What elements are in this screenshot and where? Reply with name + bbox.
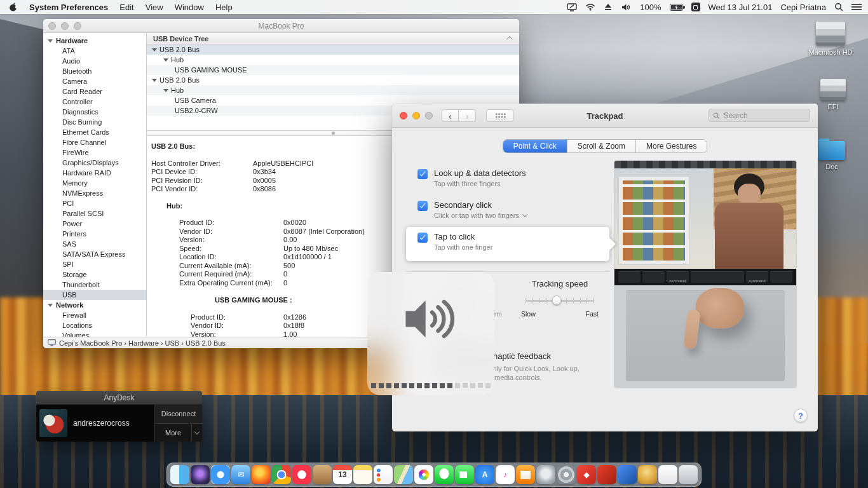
dock-item[interactable] xyxy=(557,465,576,484)
user-menu[interactable]: Cepi Priatna xyxy=(780,3,826,12)
disclosure-triangle-icon[interactable] xyxy=(48,39,53,43)
sidebar-item[interactable]: SATA/SATA Express xyxy=(43,249,146,259)
display-icon[interactable] xyxy=(567,3,577,11)
sidebar-item[interactable]: Graphics/Displays xyxy=(43,158,146,168)
tab[interactable]: Point & Click xyxy=(503,140,567,152)
sidebar-item[interactable]: Hardware xyxy=(43,36,146,46)
desktop-icon-macintosh-hd[interactable]: Macintosh HD xyxy=(802,22,859,56)
sidebar-item[interactable]: Thunderbolt xyxy=(43,280,146,290)
dock-item[interactable] xyxy=(252,465,271,484)
sidebar-item[interactable]: Fibre Channel xyxy=(43,137,146,147)
checkbox[interactable] xyxy=(417,233,428,243)
sidebar-item[interactable]: Firewall xyxy=(43,310,146,320)
dock-item[interactable] xyxy=(638,465,657,484)
sidebar-item[interactable]: PCI xyxy=(43,198,146,208)
tree-row[interactable]: USB GAMING MOUSE xyxy=(147,65,519,75)
dock-item[interactable] xyxy=(394,465,413,484)
dock-item[interactable]: A xyxy=(475,465,494,484)
tree-row[interactable]: Hub xyxy=(147,85,519,95)
anydesk-titlebar[interactable]: AnyDesk xyxy=(36,391,202,405)
sidebar-item[interactable]: Memory xyxy=(43,178,146,188)
eject-icon[interactable] xyxy=(604,3,613,11)
tree-row[interactable]: USB 2.0 Bus xyxy=(147,44,519,55)
dock-item[interactable] xyxy=(679,465,698,484)
disclosure-triangle-icon[interactable] xyxy=(48,304,53,307)
dock-item[interactable] xyxy=(211,465,230,484)
dock-item[interactable]: ◆ xyxy=(577,465,596,484)
sidebar-item[interactable]: Diagnostics xyxy=(43,107,146,117)
sidebar-item[interactable]: Hardware RAID xyxy=(43,168,146,178)
menu-item[interactable]: View xyxy=(146,3,163,12)
chevron-down-icon[interactable] xyxy=(522,212,527,217)
disclosure-triangle-icon[interactable] xyxy=(152,48,157,51)
search-input[interactable] xyxy=(722,111,806,121)
dock-item[interactable] xyxy=(313,465,332,484)
wifi-icon[interactable] xyxy=(585,3,595,11)
sidebar-item[interactable]: Power xyxy=(43,219,146,229)
sidebar-item[interactable]: Camera xyxy=(43,76,146,86)
dock-item[interactable] xyxy=(658,465,677,484)
sidebar-item[interactable]: USB xyxy=(43,290,146,300)
sidebar-item[interactable]: Ethernet Cards xyxy=(43,127,146,137)
tree-row[interactable]: Hub xyxy=(147,55,519,65)
more-button[interactable]: More xyxy=(155,424,202,442)
checkbox[interactable] xyxy=(417,201,428,211)
more-dropdown-button[interactable] xyxy=(191,424,202,442)
close-button[interactable] xyxy=(400,112,407,119)
tracking-slider[interactable] xyxy=(526,296,594,306)
sidebar-item[interactable]: SPI xyxy=(43,259,146,269)
forward-button[interactable]: › xyxy=(459,109,476,122)
dock-item[interactable] xyxy=(292,465,311,484)
tracking-slider-thumb[interactable] xyxy=(552,295,561,305)
sidebar-item[interactable]: Card Reader xyxy=(43,86,146,97)
dock-item[interactable] xyxy=(455,465,474,484)
notification-center-icon[interactable] xyxy=(851,3,862,11)
back-button[interactable]: ‹ xyxy=(442,109,459,122)
dock-item[interactable] xyxy=(618,465,637,484)
sidebar-item[interactable]: Controller xyxy=(43,97,146,107)
search-field[interactable] xyxy=(709,109,810,122)
clock[interactable]: Wed 13 Jul 21.01 xyxy=(709,3,773,12)
dock-item[interactable]: 13 xyxy=(333,465,352,484)
sidebar-item[interactable]: Volumes xyxy=(43,330,146,337)
checkbox[interactable] xyxy=(417,169,428,179)
sidebar-item[interactable]: Printers xyxy=(43,229,146,239)
dock-item[interactable] xyxy=(191,465,210,484)
dock-item[interactable] xyxy=(414,465,433,484)
help-button[interactable]: ? xyxy=(794,409,808,423)
sidebar-item[interactable]: Storage xyxy=(43,269,146,280)
tab[interactable]: More Gestures xyxy=(636,140,707,152)
disconnect-button[interactable]: Disconnect xyxy=(155,405,202,424)
zoom-button[interactable] xyxy=(425,112,433,119)
show-all-button[interactable] xyxy=(486,109,514,122)
sidebar-item[interactable]: ATA xyxy=(43,46,146,56)
dock-item[interactable] xyxy=(536,465,555,484)
sidebar-item[interactable]: Bluetooth xyxy=(43,66,146,76)
disclosure-triangle-icon[interactable] xyxy=(152,79,157,82)
menu-item[interactable]: Help xyxy=(215,3,233,12)
battery-icon[interactable] xyxy=(670,4,683,11)
breadcrumb[interactable]: Cepi's MacBook Pro › Hardware › USB › US… xyxy=(59,339,226,347)
active-app-menu[interactable]: System Preferences xyxy=(29,3,108,12)
sidebar-item[interactable]: Audio xyxy=(43,56,146,66)
spotlight-search-icon[interactable] xyxy=(834,3,843,11)
menu-item[interactable]: Window xyxy=(175,3,204,12)
menu-item[interactable]: Edit xyxy=(119,3,133,12)
sidebar-item[interactable]: SAS xyxy=(43,239,146,249)
dock-item[interactable] xyxy=(374,465,393,484)
sidebar-item[interactable]: Locations xyxy=(43,320,146,330)
dock-item[interactable] xyxy=(516,465,535,484)
gesture-demo-video[interactable]: command command xyxy=(614,161,796,388)
dock-item[interactable] xyxy=(170,465,189,484)
dock-item[interactable] xyxy=(435,465,454,484)
volume-icon[interactable] xyxy=(621,3,632,11)
minimize-button[interactable] xyxy=(412,112,420,119)
disclosure-triangle-icon[interactable] xyxy=(163,89,168,92)
sidebar-item[interactable]: Parallel SCSI xyxy=(43,208,146,219)
sidebar-item[interactable]: NVMExpress xyxy=(43,188,146,198)
dock-item[interactable] xyxy=(353,465,372,484)
dock-item[interactable]: ♪ xyxy=(496,465,515,484)
sidebar-item[interactable]: FireWire xyxy=(43,147,146,158)
tree-row[interactable]: USB 2.0 Bus xyxy=(147,75,519,85)
sidebar-item[interactable]: Network xyxy=(43,300,146,310)
